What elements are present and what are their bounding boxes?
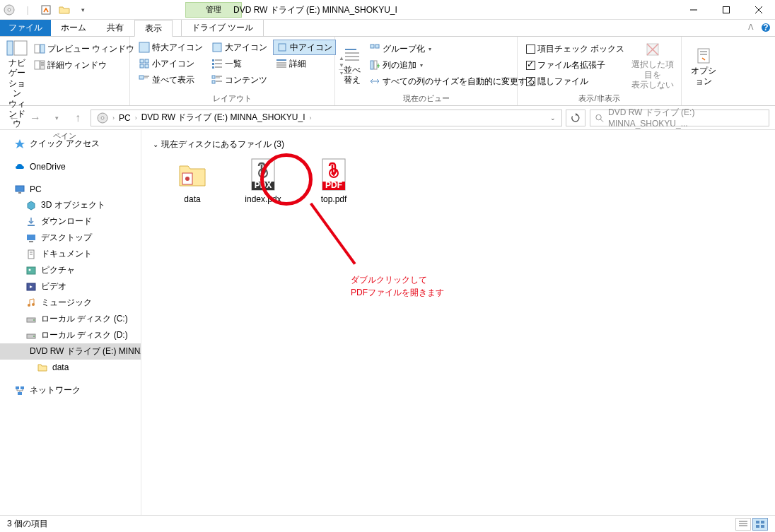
sidebar-item-label: ダウンロード xyxy=(41,215,92,227)
address-dropdown-icon[interactable]: ⌄ xyxy=(547,114,559,122)
small-icons-button[interactable]: 小アイコン xyxy=(136,56,206,71)
ribbon: ナビゲーション ウィンドウ プレビュー ウィンドウ 詳細ウィンドウ ペイン 特大… xyxy=(0,37,775,106)
file-tab[interactable]: ファイル xyxy=(0,20,51,36)
file-list-area[interactable]: ⌄ 現在ディスクにあるファイル (3) data PDX index.pdx xyxy=(141,130,775,516)
sidebar-pc[interactable]: PC xyxy=(0,182,141,197)
sidebar-item-label: デスクトップ xyxy=(41,232,92,244)
svg-rect-26 xyxy=(212,59,214,61)
annotation-circle xyxy=(260,153,313,206)
sidebar-downloads[interactable]: ダウンロード xyxy=(0,213,141,230)
chevron-right-icon[interactable]: › xyxy=(135,114,137,122)
sidebar-onedrive[interactable]: OneDrive xyxy=(0,159,141,175)
close-button[interactable] xyxy=(742,0,775,20)
drive-icon xyxy=(25,314,37,325)
chevron-down-icon[interactable]: ⌄ xyxy=(153,141,158,148)
sidebar-desktop[interactable]: デスクトップ xyxy=(0,230,141,246)
svg-rect-63 xyxy=(29,241,33,242)
group-header-label: 現在ディスクにあるファイル (3) xyxy=(161,138,284,150)
cube-icon xyxy=(25,200,37,211)
details-pane-button[interactable]: 詳細ウィンドウ xyxy=(31,57,137,73)
recent-dropdown[interactable]: ▾ xyxy=(48,110,65,126)
size-all-columns-button[interactable]: すべての列のサイズを自動的に変更する xyxy=(366,73,538,89)
collapse-ribbon-icon[interactable]: ᐱ xyxy=(748,23,754,32)
details-view-switch[interactable] xyxy=(735,518,751,531)
svg-rect-47 xyxy=(375,45,379,48)
help-icon[interactable]: ? xyxy=(761,23,771,35)
chevron-right-icon[interactable]: › xyxy=(112,114,115,122)
sidebar-documents[interactable]: ドキュメント xyxy=(0,246,141,262)
window-title: DVD RW ドライブ (E:) MINNA_SHOKYU_I xyxy=(233,4,397,16)
list-button[interactable]: 一覧 xyxy=(209,56,270,71)
preview-pane-button[interactable]: プレビュー ウィンドウ xyxy=(31,41,137,57)
group-by-button[interactable]: グループ化▾ xyxy=(366,41,538,57)
sidebar-pictures[interactable]: ピクチャ xyxy=(0,262,141,278)
file-extensions-toggle[interactable]: ファイル名拡張子 xyxy=(523,57,627,73)
refresh-button[interactable] xyxy=(566,110,585,126)
search-box[interactable]: DVD RW ドライブ (E:) MINNA_SHOKYU_... xyxy=(590,110,769,126)
show-hide-group-label: 表示/非表示 xyxy=(523,92,675,104)
qat-dropdown-icon[interactable]: ▾ xyxy=(75,2,91,18)
content-button[interactable]: コンテンツ xyxy=(209,72,270,88)
maximize-button[interactable] xyxy=(710,0,742,20)
file-item-top[interactable]: PDF top.pdf xyxy=(308,158,359,204)
sort-button[interactable]: 並べ替え xyxy=(341,40,363,92)
forward-button[interactable]: → xyxy=(27,110,44,126)
svg-rect-97 xyxy=(761,525,764,528)
address-bar[interactable]: › PC › DVD RW ドライブ (E:) MINNA_SHOKYU_I ›… xyxy=(91,110,562,126)
minimize-button[interactable] xyxy=(677,0,710,20)
sidebar-music[interactable]: ミュージック xyxy=(0,295,141,311)
item-checkboxes-toggle[interactable]: 項目チェック ボックス xyxy=(523,41,627,57)
view-tab[interactable]: 表示 xyxy=(134,20,173,37)
svg-rect-12 xyxy=(40,45,45,53)
breadcrumb-pc[interactable]: PC xyxy=(116,113,134,123)
medium-icons-button[interactable]: 中アイコン xyxy=(273,40,336,55)
ribbon-group-show-hide: 項目チェック ボックス ファイル名拡張子 隠しファイル 選択した項目を 表示しな… xyxy=(518,37,682,105)
drive-tools-tab[interactable]: ドライブ ツール xyxy=(181,20,264,36)
up-button[interactable]: ↑ xyxy=(69,110,86,126)
hidden-files-toggle[interactable]: 隠しファイル xyxy=(523,73,627,89)
desktop-icon xyxy=(25,232,37,244)
group-header[interactable]: ⌄ 現在ディスクにあるファイル (3) xyxy=(153,138,764,150)
add-columns-button[interactable]: 列の追加▾ xyxy=(366,57,538,73)
files-row: data PDX index.pdx PDF top.pdf xyxy=(153,158,764,204)
layout-group-label: レイアウト xyxy=(136,92,329,104)
details-view-button[interactable]: 詳細 xyxy=(273,56,336,71)
main-area: クイック アクセス OneDrive PC 3D オブジェクト ダウンロード デ… xyxy=(0,130,775,516)
sidebar-videos[interactable]: ビデオ xyxy=(0,278,141,295)
sidebar-dvd-drive[interactable]: DVD RW ドライブ (E:) MINNA_S xyxy=(0,343,141,360)
extra-large-icons-button[interactable]: 特大アイコン xyxy=(136,40,206,55)
share-tab[interactable]: 共有 xyxy=(97,20,134,36)
sidebar-data-folder[interactable]: data xyxy=(0,360,141,375)
sidebar-3d-objects[interactable]: 3D オブジェクト xyxy=(0,197,141,213)
properties-icon[interactable] xyxy=(38,2,54,18)
svg-rect-37 xyxy=(279,44,286,51)
content-label: コンテンツ xyxy=(225,74,267,86)
tiles-button[interactable]: 並べて表示 xyxy=(136,72,206,88)
chevron-right-icon[interactable]: › xyxy=(309,114,311,122)
svg-point-75 xyxy=(33,336,35,337)
sidebar-quick-access[interactable]: クイック アクセス xyxy=(0,136,141,152)
svg-rect-18 xyxy=(140,59,144,63)
breadcrumb-drive[interactable]: DVD RW ドライブ (E:) MINNA_SHOKYU_I xyxy=(139,112,308,124)
svg-rect-60 xyxy=(18,192,21,194)
sidebar-disk-d[interactable]: ローカル ディスク (D:) xyxy=(0,327,141,343)
home-tab[interactable]: ホーム xyxy=(51,20,97,36)
sidebar-network[interactable]: ネットワーク xyxy=(0,382,141,398)
new-folder-icon[interactable] xyxy=(57,2,72,18)
size-all-label: すべての列のサイズを自動的に変更する xyxy=(383,76,535,88)
back-button[interactable]: ← xyxy=(6,110,23,126)
file-item-data[interactable]: data xyxy=(167,158,218,204)
search-icon xyxy=(595,113,604,123)
cloud-icon xyxy=(14,161,25,172)
navigation-pane: クイック アクセス OneDrive PC 3D オブジェクト ダウンロード デ… xyxy=(0,130,141,516)
icons-view-switch[interactable] xyxy=(752,518,768,531)
svg-rect-96 xyxy=(756,525,759,528)
ribbon-group-layout: 特大アイコン 小アイコン 並べて表示 大アイコン 一覧 コンテンツ 中アイコン … xyxy=(130,37,335,105)
breadcrumb-root[interactable] xyxy=(94,112,111,124)
large-icons-button[interactable]: 大アイコン xyxy=(209,40,270,55)
sidebar-disk-c[interactable]: ローカル ディスク (C:) xyxy=(0,311,141,327)
options-button[interactable]: オプション xyxy=(687,40,720,94)
hide-selected-button[interactable]: 選択した項目を 表示しない xyxy=(630,40,675,92)
ribbon-group-options: オプション xyxy=(682,37,726,105)
document-icon xyxy=(25,249,37,260)
